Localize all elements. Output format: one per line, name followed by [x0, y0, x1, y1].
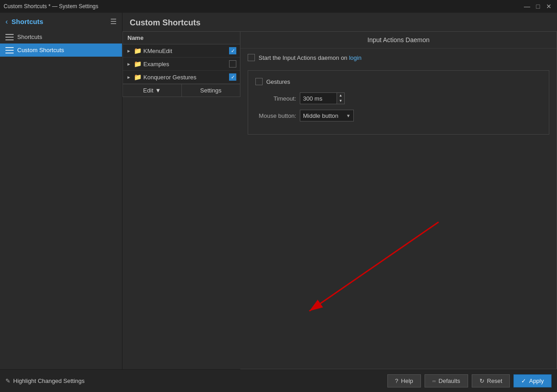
maximize-button[interactable]: □	[533, 2, 542, 11]
main-layout: ‹ Shortcuts ☰ Shortcuts Custom Shortcuts…	[0, 13, 557, 369]
tree-body: ► 📁 KMenuEdit ► 📁 Examples	[123, 44, 240, 84]
reset-button[interactable]: ↻ Reset	[472, 374, 510, 387]
settings-button[interactable]: Settings	[182, 84, 240, 97]
timeout-input-group[interactable]: ▲ ▼	[300, 92, 345, 104]
sidebar-item-custom-shortcuts-label: Custom Shortcuts	[17, 47, 64, 53]
tree-chevron-kmenu: ►	[127, 48, 132, 53]
content-header: Custom Shortcuts	[122, 13, 557, 31]
bottom-right: ? Help ⎓ Defaults ↻ Reset ✓ Apply	[387, 374, 552, 387]
highlight-icon: ✎	[5, 377, 10, 384]
tree-checkbox-konqueror[interactable]	[229, 73, 236, 81]
titlebar-controls: — □ ✕	[523, 2, 553, 11]
tree-item-examples[interactable]: ► 📁 Examples	[123, 58, 240, 71]
content-area: Custom Shortcuts Name ► 📁 KMenuEdit	[122, 13, 557, 369]
svg-line-1	[309, 222, 439, 311]
timeout-label: Timeout:	[255, 95, 296, 102]
reset-icon: ↻	[479, 377, 484, 384]
tree-item-kmenu[interactable]: ► 📁 KMenuEdit	[123, 44, 240, 58]
daemon-checkbox[interactable]	[248, 54, 255, 61]
back-button[interactable]: ‹	[5, 18, 8, 26]
gestures-checkbox[interactable]	[255, 78, 263, 85]
daemon-row: Start the Input Actions daemon on login	[248, 54, 549, 61]
timeout-input[interactable]	[300, 95, 337, 102]
bottom-bar: ✎ Highlight Changed Settings ? Help ⎓ De…	[0, 369, 557, 392]
folder-icon-kmenu: 📁	[134, 47, 142, 54]
apply-button[interactable]: ✓ Apply	[513, 374, 552, 387]
tree-label-kmenu: KMenuEdit	[143, 48, 227, 54]
timeout-up[interactable]: ▲	[337, 93, 344, 98]
sidebar-item-shortcuts-label: Shortcuts	[17, 34, 42, 40]
gestures-header: Gestures	[255, 78, 542, 85]
titlebar: Custom Shortcuts * — System Settings — □…	[0, 0, 557, 13]
sidebar-nav: Shortcuts Custom Shortcuts	[0, 30, 122, 369]
defaults-button[interactable]: ⎓ Defaults	[425, 374, 468, 387]
tree-chevron-examples: ►	[127, 62, 132, 67]
sidebar-item-shortcuts[interactable]: Shortcuts	[0, 30, 122, 44]
tree-checkbox-examples[interactable]	[229, 60, 236, 68]
daemon-login: login	[349, 54, 361, 61]
mouse-button-row: Mouse button: Left button Middle button …	[255, 110, 542, 121]
sidebar-item-custom-shortcuts[interactable]: Custom Shortcuts	[0, 44, 122, 57]
tree-label-konqueror: Konqueror Gestures	[143, 74, 227, 81]
timeout-row: Timeout: ▲ ▼	[255, 92, 542, 104]
right-panel: Input Actions Daemon Start the Input Act…	[240, 31, 557, 369]
help-icon: ?	[395, 377, 398, 384]
tree-panel: Name ► 📁 KMenuEdit ► 📁	[122, 31, 240, 84]
sidebar: ‹ Shortcuts ☰ Shortcuts Custom Shortcuts	[0, 13, 122, 369]
custom-shortcuts-icon	[5, 47, 14, 53]
daemon-label: Start the Input Actions daemon on login	[259, 54, 362, 61]
edit-button[interactable]: Edit ▼	[123, 84, 182, 97]
folder-icon-konqueror: 📁	[134, 73, 142, 81]
shortcuts-icon	[5, 34, 14, 40]
tree-col-header: Name	[123, 32, 240, 44]
hamburger-button[interactable]: ☰	[110, 17, 117, 26]
select-arrow-icon: ▼	[346, 113, 351, 118]
gestures-section: Gestures Timeout: ▲ ▼	[248, 70, 549, 135]
sidebar-back-label: Shortcuts	[11, 18, 43, 25]
tree-chevron-konqueror: ►	[127, 75, 132, 80]
sidebar-header: ‹ Shortcuts ☰	[0, 13, 122, 30]
minimize-button[interactable]: —	[523, 2, 532, 11]
bottom-left: ✎ Highlight Changed Settings	[5, 377, 85, 384]
highlight-label: Highlight Changed Settings	[13, 377, 85, 384]
tree-label-examples: Examples	[143, 61, 227, 68]
help-button[interactable]: ? Help	[387, 374, 421, 387]
timeout-spin: ▲ ▼	[337, 93, 344, 104]
titlebar-title: Custom Shortcuts * — System Settings	[4, 3, 98, 10]
mouse-button-select-group[interactable]: Left button Middle button Right button ▼	[300, 110, 354, 121]
folder-icon-examples: 📁	[134, 60, 142, 68]
timeout-down[interactable]: ▼	[337, 98, 344, 104]
close-button[interactable]: ✕	[544, 2, 553, 11]
tree-buttons: Edit ▼ Settings	[122, 84, 240, 97]
right-header: Input Actions Daemon	[240, 32, 557, 48]
apply-icon: ✓	[521, 377, 526, 384]
content-body: Name ► 📁 KMenuEdit ► 📁	[122, 31, 557, 369]
tree-item-konqueror[interactable]: ► 📁 Konqueror Gestures	[123, 71, 240, 84]
right-body: Start the Input Actions daemon on login …	[240, 48, 557, 369]
defaults-icon: ⎓	[432, 377, 436, 384]
mouse-button-label: Mouse button:	[255, 112, 296, 119]
gestures-label: Gestures	[266, 78, 290, 85]
mouse-button-select[interactable]: Left button Middle button Right button	[303, 112, 346, 119]
titlebar-left: Custom Shortcuts * — System Settings	[4, 3, 98, 10]
tree-checkbox-kmenu[interactable]	[229, 47, 236, 54]
